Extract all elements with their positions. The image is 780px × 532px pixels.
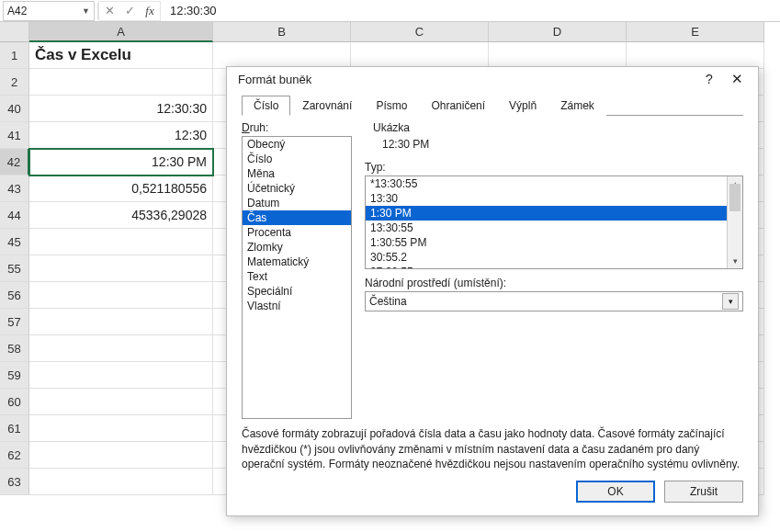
row-header[interactable]: 63 xyxy=(0,469,29,495)
row-header[interactable]: 62 xyxy=(0,442,29,469)
cell[interactable] xyxy=(29,282,213,309)
row-header[interactable]: 42 xyxy=(0,149,29,175)
cell[interactable]: 45336,29028 xyxy=(29,202,213,229)
tab-číslo[interactable]: Číslo xyxy=(242,96,290,116)
cell[interactable]: 12:30:30 xyxy=(29,96,213,122)
tab-zámek[interactable]: Zámek xyxy=(548,96,606,116)
type-scrollbar[interactable]: ▴ ▾ xyxy=(727,176,742,268)
column-header[interactable]: B xyxy=(213,22,351,42)
category-item[interactable]: Text xyxy=(243,269,351,284)
cancel-formula-icon[interactable]: ✕ xyxy=(99,4,119,17)
type-item[interactable]: *13:30:55 xyxy=(366,176,727,191)
row-header[interactable]: 2 xyxy=(0,69,29,96)
cell[interactable] xyxy=(29,69,213,96)
formula-bar: A42 ▼ ✕ ✓ fx 12:30:30 xyxy=(0,0,780,22)
row-header[interactable]: 55 xyxy=(0,255,29,282)
row-header[interactable]: 45 xyxy=(0,229,29,255)
cell[interactable] xyxy=(29,415,213,442)
cell[interactable] xyxy=(213,42,351,69)
locale-row: Národní prostředí (umístění): Čeština ▾ xyxy=(365,277,743,311)
row-header[interactable]: 60 xyxy=(0,389,29,415)
fx-icon[interactable]: fx xyxy=(140,4,160,18)
type-listbox[interactable]: *13:30:5513:301:30 PM13:30:551:30:55 PM3… xyxy=(365,175,743,269)
column-header[interactable]: A xyxy=(29,22,213,42)
category-item[interactable]: Procenta xyxy=(243,225,351,240)
category-item[interactable]: Účetnický xyxy=(243,181,351,196)
type-item[interactable]: 1:30:55 PM xyxy=(366,235,727,250)
tab-ohraničení[interactable]: Ohraničení xyxy=(419,96,497,116)
category-column: Druh: ObecnýČísloMěnaÚčetnickýDatumČasPr… xyxy=(242,121,352,419)
cell[interactable]: 12:30 PM xyxy=(29,149,213,175)
cell[interactable] xyxy=(29,442,213,469)
row-header[interactable]: 41 xyxy=(0,122,29,149)
row-header[interactable]: 1 xyxy=(0,42,29,69)
format-cells-dialog: Formát buněk ? ✕ ČísloZarovnáníPísmoOhra… xyxy=(226,66,759,516)
tab-výplň[interactable]: Výplň xyxy=(497,96,548,116)
cell[interactable] xyxy=(29,255,213,282)
cell[interactable] xyxy=(29,389,213,415)
right-column: Ukázka 12:30 PM Typ: *13:30:5513:301:30 … xyxy=(365,121,743,419)
category-item[interactable]: Vlastní xyxy=(243,299,351,313)
ok-button[interactable]: OK xyxy=(576,481,655,503)
type-item[interactable]: 1:30 PM xyxy=(366,206,727,221)
category-item[interactable]: Obecný xyxy=(243,137,351,152)
cell[interactable]: Čas v Excelu xyxy=(29,42,213,69)
row-header[interactable]: 59 xyxy=(0,362,29,389)
chevron-down-icon[interactable]: ▾ xyxy=(722,293,739,310)
scroll-down-icon[interactable]: ▾ xyxy=(728,254,742,268)
cell[interactable] xyxy=(29,335,213,362)
category-label: Druh: xyxy=(242,121,352,134)
row-header[interactable]: 56 xyxy=(0,282,29,309)
category-item[interactable]: Speciální xyxy=(243,284,351,299)
type-item[interactable]: 30:55.2 xyxy=(366,250,727,265)
cell[interactable]: 12:30 xyxy=(29,122,213,149)
chevron-down-icon[interactable]: ▼ xyxy=(82,6,90,16)
category-item[interactable]: Zlomky xyxy=(243,240,351,255)
row-header[interactable]: 61 xyxy=(0,415,29,442)
cell[interactable] xyxy=(29,469,213,495)
row-header[interactable]: 40 xyxy=(0,96,29,122)
type-item[interactable]: 37:30:55 xyxy=(366,265,727,268)
category-listbox[interactable]: ObecnýČísloMěnaÚčetnickýDatumČasProcenta… xyxy=(242,136,352,419)
help-icon[interactable]: ? xyxy=(695,72,723,86)
column-header[interactable]: D xyxy=(489,22,627,42)
tab-zarovnání[interactable]: Zarovnání xyxy=(290,96,364,116)
sample-label: Ukázka xyxy=(371,121,412,134)
name-box-value: A42 xyxy=(7,5,82,17)
cell[interactable]: 0,521180556 xyxy=(29,175,213,202)
row-header[interactable]: 57 xyxy=(0,309,29,335)
row-header[interactable]: 43 xyxy=(0,175,29,202)
cell[interactable] xyxy=(29,229,213,255)
sample-box: Ukázka 12:30 PM xyxy=(365,121,743,157)
dialog-titlebar[interactable]: Formát buněk ? ✕ xyxy=(227,67,758,91)
select-all-corner[interactable] xyxy=(0,22,29,42)
tab-písmo[interactable]: Písmo xyxy=(364,96,419,116)
category-item[interactable]: Číslo xyxy=(243,152,351,166)
category-item[interactable]: Matematický xyxy=(243,255,351,269)
formula-buttons: ✕ ✓ fx xyxy=(98,1,161,21)
row-header[interactable]: 44 xyxy=(0,202,29,229)
row-header[interactable]: 58 xyxy=(0,335,29,362)
cancel-button[interactable]: Zrušit xyxy=(664,481,743,503)
cell[interactable] xyxy=(29,309,213,335)
cell[interactable] xyxy=(351,42,489,69)
dialog-title: Formát buněk xyxy=(238,73,695,86)
column-headers: ABCDE xyxy=(29,22,764,42)
category-item[interactable]: Měna xyxy=(243,166,351,181)
locale-select[interactable]: Čeština ▾ xyxy=(365,291,743,311)
cell[interactable] xyxy=(489,42,627,69)
column-header[interactable]: E xyxy=(627,22,764,42)
type-item[interactable]: 13:30:55 xyxy=(366,221,727,235)
category-item[interactable]: Čas xyxy=(243,210,351,225)
cell[interactable] xyxy=(29,362,213,389)
name-box[interactable]: A42 ▼ xyxy=(3,1,95,21)
formula-input[interactable]: 12:30:30 xyxy=(161,4,780,17)
confirm-formula-icon[interactable]: ✓ xyxy=(119,4,140,17)
scroll-thumb[interactable] xyxy=(729,184,740,211)
cell[interactable] xyxy=(627,42,764,69)
column-header[interactable]: C xyxy=(351,22,489,42)
category-item[interactable]: Datum xyxy=(243,196,351,210)
row-headers: 12404142434445555657585960616263 xyxy=(0,42,29,495)
type-item[interactable]: 13:30 xyxy=(366,191,727,206)
close-icon[interactable]: ✕ xyxy=(723,71,751,87)
